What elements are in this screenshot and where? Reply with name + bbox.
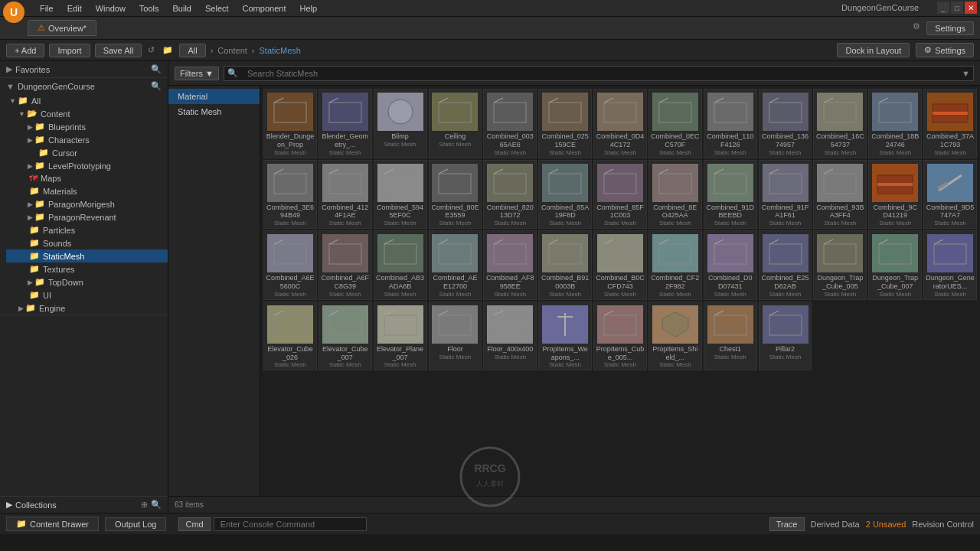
asset-item[interactable]: Combined_E25D62ABStatic Mesh [759,230,812,300]
asset-item[interactable]: PropItems_Shield_...Static Mesh [648,302,702,371]
settings-top-btn[interactable]: Settings [926,21,974,35]
asset-item[interactable]: Blender_Dungeon_PropStatic Mesh [263,89,317,158]
asset-item[interactable]: Combined_D0D07431Static Mesh [704,230,757,300]
filter-material[interactable]: Material [168,89,260,104]
add-button[interactable]: + Add [6,44,44,57]
trace-label[interactable]: Trace [769,517,805,531]
asset-item[interactable]: Combined_B0CCFD743Static Mesh [593,230,647,300]
menu-file[interactable]: File [34,2,60,15]
search-input[interactable] [241,67,962,80]
menu-edit[interactable]: Edit [61,2,88,15]
content-drawer-tab[interactable]: 📁 Content Drawer [6,517,99,531]
asset-item[interactable]: FloorStatic Mesh [429,302,482,371]
save-all-button[interactable]: Save All [95,44,142,57]
asset-item[interactable]: Combined_85A19F8DStatic Mesh [538,160,592,230]
menu-tools[interactable]: Tools [133,2,165,15]
menu-select[interactable]: Select [199,2,235,15]
asset-item[interactable]: Combined_9CD41219Static Mesh [868,160,922,230]
asset-item[interactable]: Combined_85F1C003Static Mesh [593,160,647,230]
asset-item[interactable]: BlimpStatic Mesh [374,89,427,158]
asset-item[interactable]: Combined_3E694B49Static Mesh [263,160,317,230]
asset-item[interactable]: Combined_AEE12700Static Mesh [429,230,482,300]
asset-item[interactable]: Combined_16C54737Static Mesh [813,89,867,158]
console-input[interactable] [214,517,367,531]
favorites-header[interactable]: ▶ Favorites 🔍 [0,61,168,77]
asset-grid-container[interactable]: Blender_Dungeon_PropStatic MeshBlender_G… [260,86,980,496]
tree-item-textures[interactable]: 📁 Textures [6,262,168,276]
asset-item[interactable]: Combined_18B24746Static Mesh [868,89,922,158]
dock-button[interactable]: Dock in Layout [837,43,910,57]
tree-item-topdown[interactable]: ▶ 📁 TopDown [6,276,168,289]
asset-item[interactable]: Elevator_Cube_007Static Mesh [318,302,372,371]
asset-item[interactable]: Dungeon_GeneratorUES...Static Mesh [923,230,977,300]
asset-item[interactable]: Combined_AF8958EEStatic Mesh [483,230,537,300]
asset-item[interactable]: PropItems_Weapons_...Static Mesh [538,302,592,371]
asset-item[interactable]: Dungeon_Trap_Cube_007Static Mesh [868,230,922,300]
asset-item[interactable]: Combined_0ECC570FStatic Mesh [648,89,702,158]
asset-item[interactable]: Floor_400x400Static Mesh [483,302,537,371]
tree-item-blueprints[interactable]: ▶ 📁 Blueprints [6,120,168,133]
asset-item[interactable]: PropItems_Cube_005...Static Mesh [593,302,647,371]
tree-item-level[interactable]: ▶ 📁 LevelPrototyping [6,159,168,172]
asset-item[interactable]: Combined_37A1C793Static Mesh [923,89,977,158]
asset-item[interactable]: Combined_AB3ADA6BStatic Mesh [374,230,427,300]
asset-item[interactable]: Combined_93BA3FF4Static Mesh [813,160,867,230]
minimize-button[interactable]: _ [937,2,949,14]
tree-item-paragon-r[interactable]: ▶ 📁 ParagonRevenant [6,210,168,223]
project-header[interactable]: ▼ DungeonGenCourse 🔍 [0,78,168,94]
tree-item-ui[interactable]: 📁 UI [6,289,168,302]
tree-item-staticmesh[interactable]: 📁 StaticMesh [6,249,168,262]
tree-item-paragon-m[interactable]: ▶ 📁 ParagonMorigesh [6,197,168,210]
import-button[interactable]: Import [49,44,90,57]
output-log-tab[interactable]: Output Log [105,517,166,531]
asset-item[interactable]: Combined_B910003BStatic Mesh [538,230,592,300]
asset-item[interactable]: Combined_9D5747A7Static Mesh [923,160,977,230]
settings-button[interactable]: ⚙ Settings [916,43,974,57]
asset-item[interactable]: Pillar2Static Mesh [759,302,812,371]
menu-build[interactable]: Build [167,2,198,15]
asset-item[interactable]: Combined_A6E5600CStatic Mesh [263,230,317,300]
tree-item-cursor[interactable]: 📁 Cursor [6,146,168,159]
close-button[interactable]: ✕ [965,2,977,14]
revision-label[interactable]: Revision Control [912,520,974,529]
asset-item[interactable]: CeilingStatic Mesh [429,89,482,158]
menu-component[interactable]: Component [237,2,292,15]
tree-item-maps[interactable]: 🗺 Maps [6,172,168,184]
asset-item[interactable]: Combined_80EE3559Static Mesh [429,160,482,230]
search-dropdown-icon[interactable]: ▼ [962,69,970,78]
asset-item[interactable]: Combined_91FA1F61Static Mesh [759,160,812,230]
asset-item[interactable]: Elevator_Cube_026Static Mesh [263,302,317,371]
derived-data-label[interactable]: Derived Data [811,520,860,529]
asset-item[interactable]: Combined_5945EF0CStatic Mesh [374,160,427,230]
maximize-button[interactable]: □ [951,2,963,14]
asset-item[interactable]: Combined_13674957Static Mesh [759,89,812,158]
asset-item[interactable]: Combined_CF22F982Static Mesh [648,230,702,300]
tree-item-characters[interactable]: ▶ 📁 Characters [6,133,168,146]
asset-item[interactable]: Combined_4124F1AEStatic Mesh [318,160,372,230]
asset-item[interactable]: Combined_025159CEStatic Mesh [538,89,592,158]
asset-item[interactable]: Elevator_Plane_007Static Mesh [374,302,427,371]
overview-tab[interactable]: ⚠ Overview* [28,20,96,36]
filter-static-mesh[interactable]: Static Mesh [168,104,260,119]
tree-item-particles[interactable]: 📁 Particles [6,223,168,236]
tree-item-engine[interactable]: ▶ 📁 Engine [6,302,168,315]
asset-item[interactable]: Blender_Geometry_...Static Mesh [318,89,372,158]
filters-button[interactable]: Filters ▼ [175,67,219,80]
menu-window[interactable]: Window [90,2,132,15]
tree-item-sounds[interactable]: 📁 Sounds [6,236,168,249]
asset-item[interactable]: Combined_82013D72Static Mesh [483,160,537,230]
tree-item-all[interactable]: ▼ 📁 All [6,94,168,107]
asset-item[interactable]: Combined_91DBEEBDStatic Mesh [704,160,757,230]
asset-item[interactable]: Dungeon_Trap_Cube_005Static Mesh [813,230,867,300]
all-btn[interactable]: All [179,44,205,57]
tree-item-content[interactable]: ▼ 📂 Content [6,107,168,120]
asset-item[interactable]: Combined_8EO425AAStatic Mesh [648,160,702,230]
asset-item[interactable]: Combined_00365AE6Static Mesh [483,89,537,158]
asset-item[interactable]: Combined_110F4126Static Mesh [704,89,757,158]
asset-item[interactable]: Combined_0D44C172Static Mesh [593,89,647,158]
collections-bar[interactable]: ▶ Collections ⊕ 🔍 [0,496,168,513]
asset-item[interactable]: Chest1Static Mesh [704,302,757,371]
tree-item-materials[interactable]: 📁 Materials [6,184,168,197]
menu-help[interactable]: Help [293,2,323,15]
asset-item[interactable]: Combined_A6FC8G39Static Mesh [318,230,372,300]
